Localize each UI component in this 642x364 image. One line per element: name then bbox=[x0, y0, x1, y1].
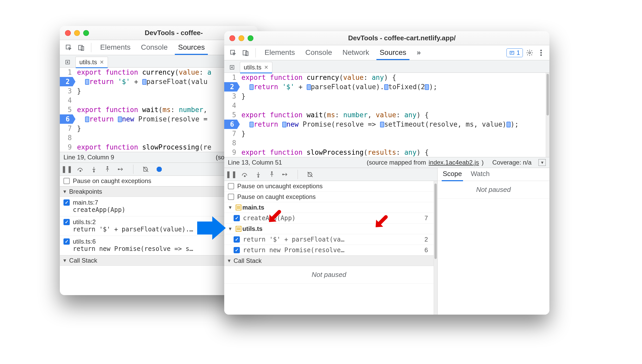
close-icon[interactable] bbox=[229, 35, 235, 41]
snippets-icon[interactable] bbox=[62, 57, 73, 67]
settings-gear-icon[interactable] bbox=[525, 48, 534, 57]
debugger-toolbar: ❚❚ bbox=[224, 168, 437, 181]
gutter-line[interactable]: 5 bbox=[224, 110, 236, 120]
minimize-icon[interactable] bbox=[74, 30, 80, 36]
code-line[interactable]: } bbox=[241, 129, 546, 138]
step-icon[interactable] bbox=[117, 165, 125, 173]
gutter-line[interactable]: 2 bbox=[60, 77, 75, 86]
coverage-dropdown-icon[interactable]: ▾ bbox=[538, 159, 546, 166]
code-line[interactable]: return new Promise(resolve => setTimeout… bbox=[241, 120, 546, 129]
svg-point-20 bbox=[283, 174, 284, 175]
kebab-menu-icon[interactable] bbox=[536, 48, 546, 57]
file-name: main.ts bbox=[242, 204, 264, 211]
inspect-icon[interactable] bbox=[63, 42, 74, 53]
tab-console[interactable]: Console bbox=[137, 41, 172, 55]
gutter-line[interactable]: 4 bbox=[224, 101, 236, 110]
checkbox[interactable] bbox=[63, 219, 70, 225]
svg-point-19 bbox=[271, 172, 272, 173]
gutter-line[interactable]: 2 bbox=[224, 82, 240, 92]
gutter-line[interactable]: 1 bbox=[224, 73, 236, 82]
pause-on-caught-row[interactable]: Pause on caught exceptions bbox=[224, 192, 434, 202]
close-tab-icon[interactable]: ✕ bbox=[100, 59, 104, 65]
titlebar[interactable]: DevTools - coffee-cart.netlify.app/ bbox=[224, 31, 549, 45]
breakpoint-file-group[interactable]: ▼ main.ts bbox=[224, 202, 434, 213]
breakpoint-item[interactable]: createApp(App) 7 bbox=[224, 213, 434, 224]
tab-watch[interactable]: Watch bbox=[470, 168, 491, 181]
pause-on-exceptions-icon[interactable] bbox=[155, 165, 163, 173]
breakpoint-item[interactable]: return new Promise(resolve… 6 bbox=[224, 245, 434, 256]
gutter-line[interactable]: 7 bbox=[60, 124, 72, 133]
code-line[interactable]: } bbox=[241, 92, 546, 101]
source-map-link[interactable]: index.1ac4eab2.js bbox=[429, 159, 479, 166]
code-line[interactable]: export function currency(value: any) { bbox=[241, 73, 546, 82]
code-editor[interactable]: 123456789export function currency(value:… bbox=[224, 73, 546, 157]
file-tab-utils[interactable]: utils.ts ✕ bbox=[75, 57, 108, 67]
tab-elements[interactable]: Elements bbox=[260, 46, 299, 60]
gutter-line[interactable]: 5 bbox=[60, 105, 72, 114]
step-over-icon[interactable] bbox=[241, 171, 249, 178]
tab-elements[interactable]: Elements bbox=[96, 41, 135, 55]
pause-icon[interactable]: ❚❚ bbox=[63, 165, 71, 173]
issues-badge[interactable]: 1 bbox=[506, 48, 523, 57]
code-line[interactable] bbox=[241, 138, 546, 148]
snippets-icon[interactable] bbox=[227, 62, 237, 73]
tab-sources[interactable]: Sources bbox=[174, 41, 209, 55]
tab-sources[interactable]: Sources bbox=[375, 46, 410, 60]
more-panels[interactable]: » bbox=[413, 46, 425, 60]
step-over-icon[interactable] bbox=[76, 165, 84, 173]
minimize-icon[interactable] bbox=[239, 35, 244, 41]
gutter-line[interactable]: 9 bbox=[224, 148, 236, 157]
checkbox[interactable] bbox=[63, 199, 70, 206]
breakpoints-scrollbar[interactable] bbox=[434, 181, 437, 315]
gutter-line[interactable]: 8 bbox=[224, 138, 236, 148]
code-line[interactable]: export function wait(ms: number, value: … bbox=[241, 110, 546, 120]
checkbox[interactable] bbox=[228, 194, 234, 200]
step-icon[interactable] bbox=[281, 171, 289, 178]
pause-icon[interactable]: ❚❚ bbox=[227, 171, 235, 178]
file-name: utils.ts bbox=[242, 225, 262, 232]
checkbox[interactable] bbox=[228, 183, 234, 189]
device-toggle-icon[interactable] bbox=[240, 48, 251, 58]
tab-scope[interactable]: Scope bbox=[442, 168, 463, 181]
close-tab-icon[interactable]: ✕ bbox=[264, 64, 268, 70]
gutter-line[interactable]: 8 bbox=[60, 133, 72, 142]
gutter-line[interactable]: 3 bbox=[60, 86, 72, 96]
code-line[interactable]: export function slowProcessing(results: … bbox=[241, 148, 546, 157]
callstack-header[interactable]: ▼ Call Stack bbox=[224, 256, 434, 266]
checkbox[interactable] bbox=[63, 178, 70, 184]
device-toggle-icon[interactable] bbox=[76, 42, 86, 53]
step-into-icon[interactable] bbox=[90, 165, 98, 173]
gutter-line[interactable]: 6 bbox=[224, 120, 240, 129]
step-out-icon[interactable] bbox=[104, 165, 111, 173]
step-into-icon[interactable] bbox=[254, 171, 262, 178]
gutter-line[interactable]: 7 bbox=[224, 129, 236, 138]
breakpoint-file-group[interactable]: ▼ utils.ts bbox=[224, 224, 434, 234]
zoom-icon[interactable] bbox=[83, 30, 89, 36]
code-line[interactable] bbox=[241, 101, 546, 110]
checkbox[interactable] bbox=[234, 236, 240, 243]
svg-rect-1 bbox=[79, 45, 82, 50]
gutter-line[interactable]: 3 bbox=[224, 92, 236, 101]
checkbox[interactable] bbox=[63, 238, 70, 245]
tab-network[interactable]: Network bbox=[338, 46, 373, 60]
disclosure-triangle-icon: ▼ bbox=[62, 189, 67, 194]
checkbox[interactable] bbox=[234, 247, 240, 253]
checkbox[interactable] bbox=[234, 215, 240, 221]
step-out-icon[interactable] bbox=[268, 171, 276, 178]
pause-on-uncaught-row[interactable]: Pause on uncaught exceptions bbox=[224, 181, 434, 192]
gutter-line[interactable]: 9 bbox=[60, 142, 72, 152]
deactivate-breakpoints-icon[interactable] bbox=[142, 165, 150, 173]
code-line[interactable]: return '$' + parseFloat(value).toFixed(2… bbox=[241, 82, 546, 92]
inspect-icon[interactable] bbox=[228, 48, 238, 58]
tab-console[interactable]: Console bbox=[301, 46, 336, 60]
gutter-line[interactable]: 4 bbox=[60, 96, 72, 105]
gutter-line[interactable]: 1 bbox=[60, 68, 72, 77]
zoom-icon[interactable] bbox=[248, 35, 253, 41]
deactivate-breakpoints-icon[interactable] bbox=[306, 171, 314, 178]
editor-scrollbar[interactable] bbox=[546, 73, 549, 157]
file-tab-utils[interactable]: utils.ts ✕ bbox=[240, 62, 272, 73]
close-icon[interactable] bbox=[65, 30, 71, 36]
svg-point-15 bbox=[540, 54, 542, 56]
gutter-line[interactable]: 6 bbox=[60, 114, 75, 124]
breakpoint-item[interactable]: return '$' + parseFloat(va… 2 bbox=[224, 234, 434, 245]
